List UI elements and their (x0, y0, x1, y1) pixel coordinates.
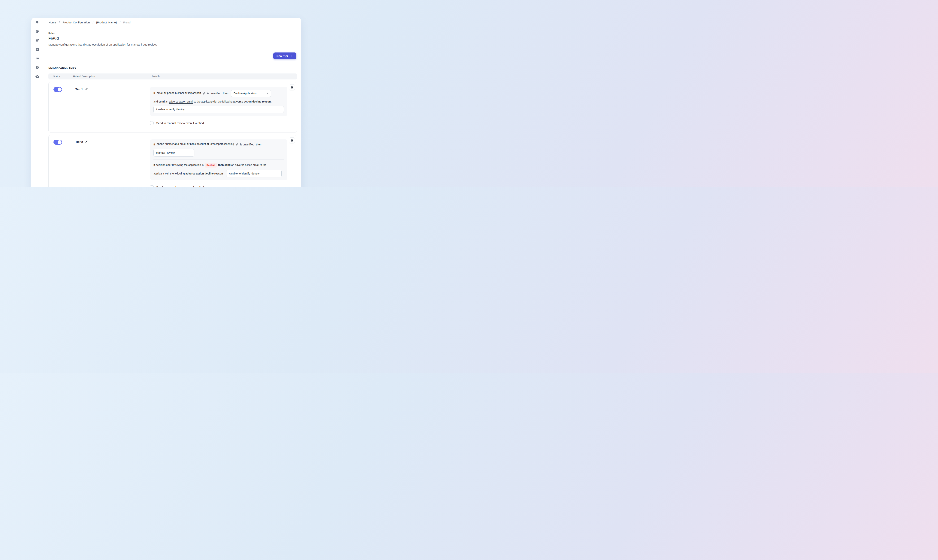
is-unverified-label: is unverified (207, 92, 221, 95)
tier-enabled-toggle[interactable] (54, 140, 62, 145)
manual-review-checkbox[interactable] (150, 121, 154, 125)
main-panel: Home / Product Configuration / {Product_… (43, 18, 301, 187)
edit-condition-icon[interactable] (203, 92, 205, 95)
decision-text-line-1: If decision after reviewing the applicat… (153, 163, 284, 168)
is-unverified-label: is unverified (240, 143, 254, 146)
decision-text-line-2: applicant with the following adverse act… (153, 171, 224, 175)
toggle-knob (58, 140, 62, 144)
decline-reason-input[interactable] (153, 106, 284, 113)
plus-icon (290, 55, 293, 57)
cloud-upload-icon[interactable] (35, 75, 39, 78)
tier-rule-panel: If phone number and email or bank accoun… (150, 140, 287, 180)
palette-icon[interactable] (35, 29, 39, 33)
condition-fields: email or phone number or id/passport (157, 91, 201, 95)
svg-text:$: $ (37, 66, 38, 68)
breadcrumb-bar: Home / Product Configuration / {Product_… (43, 18, 301, 27)
lightbulb-icon[interactable] (35, 21, 39, 25)
new-tier-label: New Tier (276, 54, 288, 57)
tier-row-1: Tier 1 If email or phone number or id/pa… (48, 82, 297, 132)
tier-name: Tier 2 (76, 140, 83, 143)
breadcrumb-separator: / (93, 21, 93, 24)
decline-badge: Decline (205, 163, 217, 168)
decline-reason-input[interactable] (226, 170, 282, 177)
manual-review-label: Send to manual review even if verified (156, 186, 204, 187)
toggle-knob (58, 88, 62, 91)
tier-name-cell: Tier 1 (76, 87, 150, 132)
app-card: $ Home / Product Configuration / {Produc… (31, 18, 301, 187)
email-action-text: and send an adverse action email to the … (153, 100, 284, 104)
clipboard-icon[interactable] (35, 48, 39, 51)
mail-unread-icon[interactable] (35, 38, 39, 42)
page-eyebrow: Rules (48, 32, 297, 35)
action-select[interactable]: Manual Review (153, 149, 194, 157)
tier-name: Tier 1 (76, 88, 83, 91)
action-select-value: Manual Review (156, 151, 175, 154)
delete-tier-button[interactable] (289, 137, 295, 143)
tier-status-cell (54, 140, 76, 187)
action-select-value: Decline Application (234, 92, 257, 95)
tier-status-cell (54, 87, 76, 132)
page-description: Manage configurations that dictate escal… (48, 43, 297, 46)
condition-line: If phone number and email or bank accoun… (153, 142, 284, 146)
column-status: Status (53, 75, 73, 78)
manual-review-row: Send to manual review even if verified (150, 121, 287, 125)
dollar-icon[interactable]: $ (35, 66, 39, 69)
condition-line: If email or phone number or id/passport … (153, 90, 284, 97)
edit-condition-icon[interactable] (236, 143, 238, 146)
table-header: Status Rule & Description Details (48, 74, 297, 80)
if-label: If (153, 92, 155, 95)
breadcrumb-home[interactable]: Home (49, 21, 56, 24)
breadcrumb-product-configuration[interactable]: Product Configuration (62, 21, 89, 24)
action-select[interactable]: Decline Application (231, 90, 271, 97)
tier-row-2: Tier 2 If phone number and email or bank… (48, 135, 297, 187)
page-content: Rules Fraud Manage configurations that d… (43, 27, 301, 187)
tier-name-cell: Tier 2 (76, 140, 150, 187)
tier-rule-panel: If email or phone number or id/passport … (150, 87, 287, 116)
column-rule-description: Rule & Description (73, 75, 152, 78)
tier-details-cell: If email or phone number or id/passport … (150, 87, 287, 132)
icon-sidebar: $ (31, 18, 43, 187)
chevron-down-icon (266, 92, 268, 94)
breadcrumb: Home / Product Configuration / {Product_… (49, 21, 131, 24)
tier-details-cell: If phone number and email or bank accoun… (150, 140, 287, 187)
decision-text-line-2-row: applicant with the following adverse act… (153, 170, 284, 177)
breadcrumb-separator: / (120, 21, 120, 24)
rule-icon[interactable] (35, 57, 39, 60)
tier-enabled-toggle[interactable] (54, 87, 62, 92)
manual-review-checkbox[interactable] (150, 185, 154, 187)
trash-icon (290, 139, 293, 142)
manual-review-label: Send to manual review even if verified (156, 122, 204, 125)
breadcrumb-product-name[interactable]: {Product_Name} (96, 21, 117, 24)
condition-fields: phone number and email or bank account o… (157, 142, 234, 146)
then-label: then (256, 143, 262, 146)
new-tier-button[interactable]: New Tier (273, 52, 296, 59)
delete-tier-button[interactable] (289, 84, 295, 90)
chevron-down-icon (190, 152, 192, 154)
if-label: If (153, 143, 155, 146)
edit-tier-name-icon[interactable] (85, 140, 88, 143)
edit-tier-name-icon[interactable] (85, 88, 88, 90)
page-title: Fraud (48, 36, 297, 40)
section-title: Identification Tiers (48, 66, 297, 70)
then-label: then (223, 92, 228, 95)
trash-icon (290, 86, 293, 89)
breadcrumb-separator: / (59, 21, 60, 24)
breadcrumb-current-fraud: Fraud (123, 21, 131, 24)
manual-review-row: Send to manual review even if verified (150, 185, 287, 187)
column-details: Details (152, 75, 160, 78)
